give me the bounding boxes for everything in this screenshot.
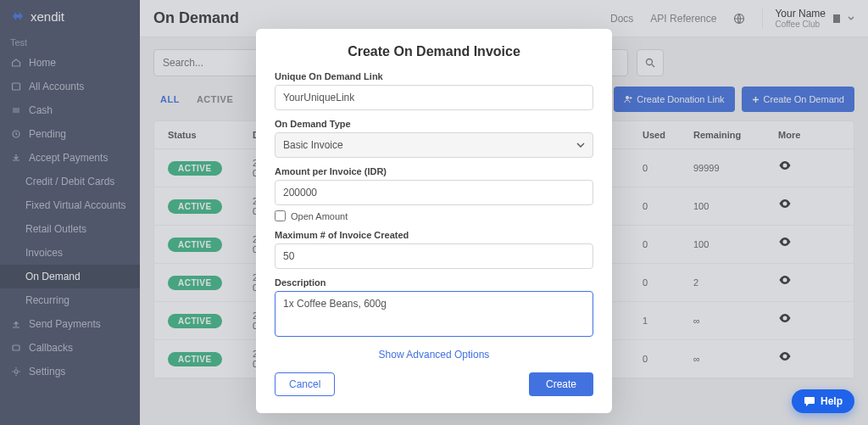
max-label: Maximum # of Invoice Created	[275, 230, 593, 240]
max-input[interactable]	[275, 243, 593, 269]
chat-icon	[804, 396, 815, 407]
create-button[interactable]: Create	[529, 372, 593, 396]
unique-link-input[interactable]	[275, 85, 593, 110]
modal-overlay: Create On Demand Invoice Unique On Deman…	[0, 0, 868, 425]
type-label: On Demand Type	[275, 119, 593, 129]
cancel-button[interactable]: Cancel	[275, 372, 335, 396]
type-select[interactable]: Basic Invoice	[275, 132, 593, 158]
unique-link-label: Unique On Demand Link	[275, 71, 593, 81]
description-label: Description	[275, 277, 593, 288]
amount-input[interactable]	[275, 180, 593, 205]
help-button[interactable]: Help	[792, 389, 854, 413]
modal-title: Create On Demand Invoice	[275, 44, 593, 59]
description-input[interactable]: 1x Coffee Beans, 600g	[275, 291, 593, 337]
advanced-options-link[interactable]: Show Advanced Options	[275, 349, 593, 361]
create-on-demand-modal: Create On Demand Invoice Unique On Deman…	[256, 29, 612, 413]
open-amount-checkbox[interactable]: Open Amount	[275, 210, 593, 221]
amount-label: Amount per Invoice (IDR)	[275, 166, 593, 176]
